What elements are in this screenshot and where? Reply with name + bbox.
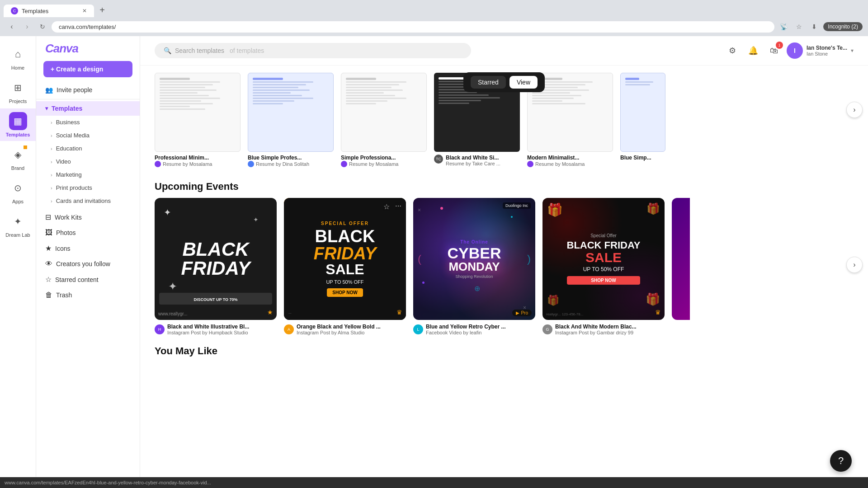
scroll-right-arrow[interactable]: ›: [846, 102, 863, 118]
event-card-subtitle: Facebook Video by leafin: [426, 330, 506, 335]
home-icon: ⌂: [9, 45, 27, 63]
browser-tabs-row: C Templates ✕ +: [0, 0, 868, 17]
events-scroll-right-arrow[interactable]: ›: [846, 257, 863, 273]
sidebar-creators-follow[interactable]: 👁 Creators you follow: [36, 256, 140, 272]
chevron-icon: ›: [51, 198, 52, 204]
home-label: Home: [11, 65, 24, 70]
sidebar-starred[interactable]: ☆ Starred content: [36, 272, 140, 287]
chevron-icon: ›: [51, 185, 52, 191]
projects-icon: ⊞: [9, 79, 27, 97]
sidebar-photos[interactable]: 🖼 Photos: [36, 225, 140, 240]
sidebar-sub-education[interactable]: › Education: [36, 142, 140, 155]
event-card-title: Black And White Modern Blac...: [555, 324, 637, 330]
card-subtitle: Resume by Mosalama: [527, 161, 613, 167]
url-text: canva.com/templates/: [59, 23, 116, 30]
event-card-subtitle: Instagram Post by Alma Studio: [297, 330, 381, 335]
cart-badge: 1: [776, 42, 783, 49]
download-icon[interactable]: ⬇: [808, 20, 821, 33]
chevron-icon: ›: [51, 146, 52, 151]
icons-icon: ★: [45, 244, 52, 253]
event-card-subtitle: Instagram Post by Gambar drizy 99: [555, 330, 637, 335]
creators-icon: 👁: [45, 260, 52, 268]
resume-card-3[interactable]: Simple Professiona... Resume by Mosalama: [341, 73, 427, 168]
resume-card-2[interactable]: Blue Simple Profes... Resume by Dina Sol…: [248, 73, 334, 168]
user-name: Ian Stone's Te...: [807, 45, 847, 51]
sidebar-sub-business[interactable]: › Business: [36, 116, 140, 129]
search-bar[interactable]: 🔍 Search templates of templates: [155, 43, 471, 58]
event-card-4[interactable]: 🎁 🎁 🎁 🎁 Special Offer BLACK FRIDAY SALE …: [542, 198, 665, 336]
resume-card-1[interactable]: Professional Minim... Resume by Mosalama: [155, 73, 241, 168]
create-design-button[interactable]: + Create a design: [43, 61, 132, 77]
sidebar-item-brand[interactable]: ◈ Brand: [0, 142, 36, 174]
sidebar-sub-marketing[interactable]: › Marketing: [36, 168, 140, 181]
card-title: Blue Simple Profes...: [248, 155, 334, 161]
tooltip-popup: Starred View: [463, 72, 545, 92]
sidebar-work-kits[interactable]: ⊟ Work Kits: [36, 209, 140, 225]
browser-address-bar: ‹ › ↻ canva.com/templates/ 📡 ☆ ⬇ Incogni…: [0, 17, 868, 36]
url-bar[interactable]: canva.com/templates/: [52, 21, 774, 33]
starred-button[interactable]: Starred: [471, 76, 506, 89]
bookmark-star-icon[interactable]: ☆: [793, 20, 805, 33]
sidebar-item-dreamlab[interactable]: ✦ Dream Lab: [0, 209, 36, 241]
chevron-icon: ›: [51, 120, 52, 125]
user-sub: Ian Stone: [807, 51, 847, 56]
work-kits-icon: ⊟: [45, 213, 51, 221]
you-may-like-section: You May Like: [140, 336, 868, 357]
help-button[interactable]: ?: [830, 450, 852, 472]
dreamlab-label: Dream Lab: [5, 232, 30, 238]
sidebar-item-projects[interactable]: ⊞ Projects: [0, 75, 36, 108]
card-title: Simple Professiona...: [341, 155, 427, 161]
icon-sidebar: ⌂ Home ⊞ Projects ▦ Templates ◈ Brand ⊙ …: [0, 36, 36, 477]
invite-people-link[interactable]: 👥 Invite people: [36, 83, 140, 97]
search-icon: 🔍: [164, 47, 171, 54]
incognito-badge[interactable]: Incognito (2): [823, 22, 863, 31]
card-subtitle: Resume by Dina Solitah: [248, 161, 334, 167]
view-button[interactable]: View: [509, 76, 538, 89]
resume-card-6[interactable]: Blue Simp...: [620, 73, 665, 168]
sidebar-templates-header[interactable]: ▾ Templates: [36, 101, 140, 116]
sidebar-item-templates[interactable]: ▦ Templates: [0, 108, 36, 141]
event-card-2[interactable]: SPECIAL OFFER BLACK FRIDAY SALE UP TO 50…: [284, 198, 406, 336]
upcoming-events-section: Upcoming Events ✦ ✦ ✦ ✦ Black Friday: [140, 172, 868, 336]
brand-icon: ◈: [9, 145, 27, 164]
back-button[interactable]: ‹: [5, 20, 18, 33]
chevron-icon: ›: [51, 172, 52, 178]
event-card-1[interactable]: ✦ ✦ ✦ ✦ Black Friday www.reallygr... ★: [155, 198, 277, 336]
brand-badge: [24, 145, 27, 149]
sidebar-sub-print[interactable]: › Print products: [36, 181, 140, 194]
sidebar-sub-cards[interactable]: › Cards and invitations: [36, 194, 140, 207]
templates-icon-label: Templates: [6, 132, 30, 137]
notification-button[interactable]: 🔔: [745, 42, 761, 59]
sidebar-sub-social[interactable]: › Social Media: [36, 129, 140, 142]
event-card-title: Black and White Illustrative Bl...: [167, 324, 249, 330]
refresh-button[interactable]: ↻: [36, 20, 49, 33]
card-subtitle: Resume by Mosalama: [341, 161, 427, 167]
user-info: Ian Stone's Te... Ian Stone: [807, 45, 847, 56]
tab-close-icon[interactable]: ✕: [82, 8, 87, 14]
chevron-icon: ›: [51, 133, 52, 138]
sidebar-item-apps[interactable]: ⊙ Apps: [0, 175, 36, 208]
settings-button[interactable]: ⚙: [724, 42, 741, 59]
browser-tab-active[interactable]: C Templates ✕: [4, 5, 94, 17]
avatar: I: [787, 42, 803, 59]
card-subtitle: Resume by Take Care ...: [446, 161, 500, 166]
star-icon: ☆: [45, 275, 52, 284]
event-card-5-partial[interactable]: [672, 198, 690, 336]
templates-expand-icon: ▾: [45, 105, 48, 112]
sidebar-icons[interactable]: ★ Icons: [36, 240, 140, 256]
sidebar-item-home[interactable]: ⌂ Home: [0, 42, 36, 74]
cart-button[interactable]: 🛍 1: [766, 42, 782, 59]
user-chevron-icon: ▾: [851, 47, 854, 54]
card-title: Blue Simp...: [620, 155, 665, 161]
user-profile[interactable]: I Ian Stone's Te... Ian Stone ▾: [787, 42, 854, 59]
cast-icon[interactable]: 📡: [777, 20, 790, 33]
card-title: Professional Minim...: [155, 155, 241, 161]
new-tab-button[interactable]: +: [96, 4, 108, 16]
sidebar-sub-video[interactable]: › Video: [36, 155, 140, 168]
main-header: 🔍 Search templates of templates ⚙ 🔔 🛍 1 …: [140, 36, 868, 66]
event-card-3[interactable]: Duolingo Inc The Online CYBER MONDAY Sho…: [413, 198, 535, 336]
sidebar-trash[interactable]: 🗑 Trash: [36, 287, 140, 303]
you-may-like-title: You May Like: [155, 345, 854, 357]
chevron-icon: ›: [51, 159, 52, 164]
forward-button[interactable]: ›: [21, 20, 33, 33]
